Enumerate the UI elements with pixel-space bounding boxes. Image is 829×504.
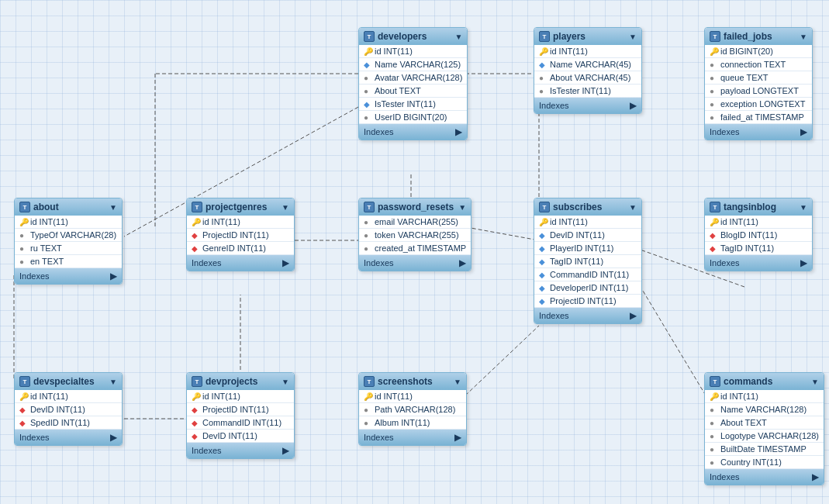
table-row: 🔑id INT(11) <box>187 216 294 229</box>
dot-icon: ● <box>710 113 717 121</box>
indexes-arrow[interactable]: ▶ <box>454 432 461 443</box>
table-row: ●Avatar VARCHAR(128) <box>359 71 467 85</box>
table-footer-subscribes[interactable]: Indexes ▶ <box>534 308 641 323</box>
field-text: PlayerID INT(11) <box>550 243 614 253</box>
table-footer-devprojects[interactable]: Indexes ▶ <box>187 443 294 458</box>
field-text: exception LONGTEXT <box>720 99 805 109</box>
field-text: About TEXT <box>375 86 421 95</box>
dot-icon: ● <box>19 244 27 252</box>
pk-icon: 🔑 <box>19 392 27 400</box>
table-row: ●About VARCHAR(45) <box>534 71 641 85</box>
field-text: connection TEXT <box>720 60 786 69</box>
table-header-devprojects[interactable]: T devprojects ▼ <box>187 373 294 390</box>
indexes-arrow[interactable]: ▶ <box>630 310 637 321</box>
indexes-arrow[interactable]: ▶ <box>282 445 289 456</box>
dot-icon: ● <box>364 231 371 239</box>
indexes-arrow[interactable]: ▶ <box>459 257 466 268</box>
table-row: ◆CommandID INT(11) <box>187 416 294 430</box>
table-header-about[interactable]: T about ▼ <box>15 198 122 216</box>
table-dropdown[interactable]: ▼ <box>454 378 461 386</box>
table-dropdown[interactable]: ▼ <box>454 33 462 41</box>
indexes-arrow[interactable]: ▶ <box>110 271 117 281</box>
table-footer-players[interactable]: Indexes ▶ <box>534 98 641 113</box>
table-dropdown[interactable]: ▼ <box>629 33 637 41</box>
table-footer-screenshots[interactable]: Indexes ▶ <box>359 430 466 445</box>
table-about: T about ▼ 🔑id INT(11)●TypeOf VARCHAR(28)… <box>14 198 123 285</box>
table-header-tangsinblog[interactable]: T tangsinblog ▼ <box>705 198 812 216</box>
table-footer-projectgenres[interactable]: Indexes ▶ <box>187 255 294 271</box>
field-text: TagID INT(11) <box>720 243 774 253</box>
table-commands: T commands ▼ 🔑id INT(11)●Name VARCHAR(12… <box>704 372 824 485</box>
indexes-arrow[interactable]: ▶ <box>800 126 807 137</box>
indexes-arrow[interactable]: ▶ <box>455 126 462 137</box>
table-row: ●Logotype VARCHAR(128) <box>705 430 824 443</box>
field-text: About TEXT <box>720 418 767 427</box>
field-text: Name VARCHAR(128) <box>720 405 807 414</box>
dot-icon: ● <box>364 406 371 413</box>
field-text: BuiltDate TIMESTAMP <box>720 444 807 454</box>
table-header-devspecialtes[interactable]: T devspecialtes ▼ <box>15 373 122 390</box>
fk-icon: ◆ <box>539 231 547 239</box>
indexes-arrow[interactable]: ▶ <box>800 257 807 268</box>
indexes-label: Indexes <box>364 127 394 136</box>
table-dropdown[interactable]: ▼ <box>109 203 117 212</box>
table-dropdown[interactable]: ▼ <box>811 378 819 386</box>
table-footer-tangsinblog[interactable]: Indexes ▶ <box>705 255 812 271</box>
field-text: id INT(11) <box>30 217 68 226</box>
table-dropdown[interactable]: ▼ <box>458 203 466 212</box>
table-row: ◆DevID INT(11) <box>15 403 122 416</box>
table-dropdown[interactable]: ▼ <box>109 378 117 386</box>
indexes-arrow[interactable]: ▶ <box>630 100 637 111</box>
field-text: email VARCHAR(255) <box>375 217 458 226</box>
table-header-projectgenres[interactable]: T projectgenres ▼ <box>187 198 294 216</box>
dot-icon: ● <box>364 244 371 252</box>
table-footer-developers[interactable]: Indexes ▶ <box>359 124 467 140</box>
table-dropdown[interactable]: ▼ <box>629 203 637 212</box>
indexes-arrow[interactable]: ▶ <box>282 257 289 268</box>
table-name: projectgenres <box>206 202 267 212</box>
table-header-screenshots[interactable]: T screenshots ▼ <box>359 373 466 390</box>
table-icon: T <box>364 376 375 387</box>
table-dropdown[interactable]: ▼ <box>800 203 807 212</box>
table-tangsinblog: T tangsinblog ▼ 🔑id INT(11)◆BlogID INT(1… <box>704 198 813 271</box>
table-header-subscribes[interactable]: T subscribes ▼ <box>534 198 641 216</box>
table-header-failed_jobs[interactable]: T failed_jobs ▼ <box>705 28 812 45</box>
table-footer-commands[interactable]: Indexes ▶ <box>705 469 824 485</box>
table-name: commands <box>724 376 772 387</box>
indexes-label: Indexes <box>710 258 740 268</box>
fk-icon: ◆ <box>539 284 547 292</box>
table-header-commands[interactable]: T commands ▼ <box>705 373 824 390</box>
field-text: payload LONGTEXT <box>720 86 799 95</box>
pk-icon: 🔑 <box>539 218 547 226</box>
table-row: ◆Name VARCHAR(125) <box>359 58 467 71</box>
table-row: ●token VARCHAR(255) <box>359 229 471 242</box>
table-header-password_resets[interactable]: T password_resets ▼ <box>359 198 471 216</box>
table-row: ●TypeOf VARCHAR(28) <box>15 229 122 242</box>
diamond-icon: ◆ <box>192 419 199 426</box>
field-text: DevID INT(11) <box>550 230 605 240</box>
table-dropdown[interactable]: ▼ <box>282 203 289 212</box>
field-text: id INT(11) <box>550 47 588 56</box>
diamond-icon: ◆ <box>710 231 717 239</box>
table-footer-about[interactable]: Indexes ▶ <box>15 268 122 284</box>
indexes-arrow[interactable]: ▶ <box>812 471 819 482</box>
field-text: ProjectID INT(11) <box>202 230 269 240</box>
table-row: ●en TEXT <box>15 255 122 268</box>
dot-icon: ● <box>364 87 371 95</box>
table-dropdown[interactable]: ▼ <box>282 378 289 386</box>
field-text: ru TEXT <box>30 243 62 253</box>
diamond-icon: ◆ <box>192 432 199 440</box>
table-dropdown[interactable]: ▼ <box>800 33 807 41</box>
field-text: Logotype VARCHAR(128) <box>720 431 819 440</box>
indexes-arrow[interactable]: ▶ <box>110 432 117 443</box>
table-footer-failed_jobs[interactable]: Indexes ▶ <box>705 124 812 140</box>
table-footer-password_resets[interactable]: Indexes ▶ <box>359 255 471 271</box>
table-devprojects: T devprojects ▼ 🔑id INT(11)◆ProjectID IN… <box>186 372 295 459</box>
dot-icon: ● <box>539 74 547 81</box>
field-text: Name VARCHAR(125) <box>375 60 461 69</box>
table-header-developers[interactable]: T developers ▼ <box>359 28 467 45</box>
table-footer-devspecialtes[interactable]: Indexes ▶ <box>15 430 122 445</box>
field-text: TagID INT(11) <box>550 257 603 266</box>
table-icon: T <box>710 31 720 42</box>
table-header-players[interactable]: T players ▼ <box>534 28 641 45</box>
